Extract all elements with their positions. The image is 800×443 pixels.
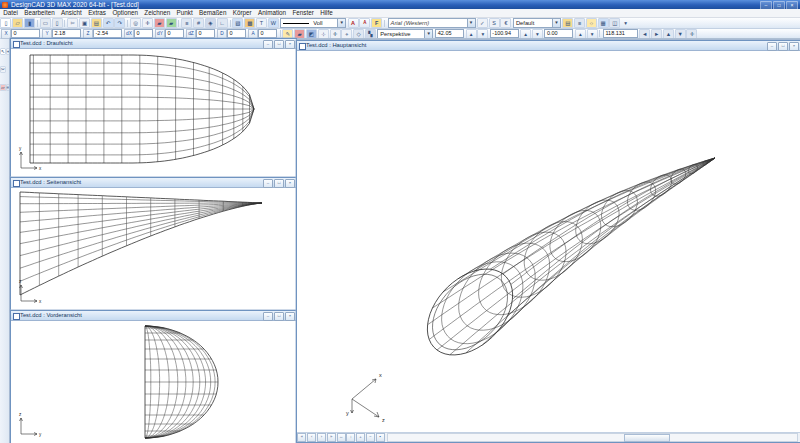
material-icon[interactable]: ▦ [598, 18, 609, 28]
viewport-front-titlebar[interactable]: Test.dcd : Vorderansicht –□× [11, 311, 296, 321]
viewport-nav-button-4[interactable]: ↔ [337, 433, 346, 442]
menu-item-zeichnen[interactable]: Zeichnen [141, 9, 173, 17]
restore-icon[interactable]: □ [778, 42, 788, 51]
tool-trim-icon[interactable]: ✂ [0, 66, 6, 73]
restore-icon[interactable]: □ [274, 179, 284, 188]
style-preset-combo[interactable]: Default ▼ [513, 18, 561, 28]
spin-up-icon[interactable]: ▴ [466, 29, 477, 39]
minimize-icon[interactable]: – [263, 179, 273, 188]
snap-icon[interactable]: ◈ [205, 18, 216, 28]
redo-icon[interactable]: ↷ [114, 18, 125, 28]
menu-item-ansicht[interactable]: Ansicht [58, 9, 85, 17]
viewport-nav-button-1[interactable]: ‹ [307, 433, 316, 442]
coord-input-z[interactable]: -2.54 [93, 29, 122, 38]
info-box-icon[interactable]: ▤ [562, 18, 573, 28]
close-icon[interactable]: × [285, 40, 295, 49]
arrow-right-icon[interactable]: ► [651, 29, 662, 39]
zoom-field[interactable]: 118.131 [603, 29, 638, 38]
new-icon[interactable]: ▯ [0, 18, 11, 28]
wireframe-perspective-view[interactable]: xyz [297, 51, 798, 432]
open-icon[interactable]: ▱ [12, 18, 23, 28]
zoom-icon[interactable]: ◎ [130, 18, 141, 28]
view-param-input-0[interactable]: 42.05 [435, 29, 464, 38]
color-green-icon[interactable]: ▰ [166, 18, 177, 28]
coord-input-y[interactable]: 2.18 [52, 29, 81, 38]
arrow-left-icon[interactable]: ◄ [639, 29, 650, 39]
chevron-down-icon[interactable]: ▼ [552, 19, 560, 27]
arrow-up-icon[interactable]: ▲ [663, 29, 674, 39]
view-param-input-1[interactable]: -100.94 [490, 29, 519, 38]
coord-input-dx[interactable]: 0 [134, 29, 153, 38]
spin-up-icon[interactable]: ▴ [520, 29, 531, 39]
viewport-nav-button-7[interactable]: − [366, 433, 375, 442]
menu-item-bemaßen[interactable]: Bemaßen [196, 9, 230, 17]
chevron-down-icon[interactable]: ▼ [467, 19, 475, 27]
wireframe-top-view[interactable]: yx [11, 49, 294, 177]
list-icon[interactable]: ≡ [574, 18, 585, 28]
close-icon[interactable]: × [285, 312, 295, 321]
close-icon[interactable]: × [789, 42, 799, 51]
viewport-nav-button-2[interactable]: › [317, 433, 326, 442]
coord-label-x[interactable]: X [1, 29, 11, 39]
layer-list-icon[interactable]: ≡ [181, 18, 192, 28]
view-mode-combo[interactable]: Perspektive ▼ [377, 29, 433, 39]
pan-icon[interactable]: ✛ [142, 18, 153, 28]
arrow-down-icon[interactable]: ▼ [675, 29, 686, 39]
diamond-icon[interactable]: ◇ [353, 29, 364, 39]
pattern-icon[interactable]: ▚ [365, 29, 376, 39]
font-combo[interactable]: Arial (Western) ▼ [388, 18, 476, 28]
wireframe-front-view[interactable]: zy [11, 321, 294, 443]
point-snap-icon[interactable]: ⊹ [318, 29, 329, 39]
font-larger-button[interactable]: A [348, 18, 359, 28]
restore-icon[interactable]: □ [274, 312, 284, 321]
coord-input-x[interactable]: 0 [11, 29, 40, 38]
spellcheck-icon[interactable]: ✓ [477, 18, 488, 28]
wireframe-side-view[interactable]: zx [11, 188, 294, 310]
zoom-value[interactable]: 118.131 [603, 29, 638, 38]
viewport-side-titlebar[interactable]: Test.dcd : Seitenansicht –□× [11, 178, 296, 188]
recenter-icon[interactable]: ✛ [686, 29, 697, 39]
print-icon[interactable]: ▭ [40, 18, 51, 28]
save-icon[interactable]: ▮ [24, 18, 35, 28]
word-export-icon[interactable]: W [268, 18, 279, 28]
copy-icon[interactable]: ▣ [79, 18, 90, 28]
spin-down-icon[interactable]: ▾ [477, 29, 488, 39]
style-s-icon[interactable]: S [489, 18, 500, 28]
view-param-input-2[interactable]: 0.00 [544, 29, 573, 38]
menu-item-bearbeiten[interactable]: Bearbeiten [21, 9, 58, 17]
ortho-icon[interactable]: ∟ [217, 18, 228, 28]
text-window-icon[interactable]: T [256, 18, 267, 28]
coord-input-a[interactable]: 0 [258, 29, 277, 38]
toolbar-overflow-icon[interactable]: ▾ [621, 19, 630, 27]
line-style-combo[interactable]: Voll ▼ [280, 18, 346, 28]
coord-label-dz[interactable]: dZ [186, 29, 196, 39]
target-icon[interactable]: ⌖ [341, 29, 352, 39]
print-preview-icon[interactable]: ▯ [52, 18, 63, 28]
menu-item-animation[interactable]: Animation [255, 9, 289, 17]
menu-item-datei[interactable]: Datei [0, 9, 21, 17]
coord-label-d[interactable]: D [217, 29, 227, 39]
undo-icon[interactable]: ↶ [103, 18, 114, 28]
chevron-down-icon[interactable]: ▼ [424, 30, 432, 38]
coord-label-dy[interactable]: dY [155, 29, 165, 39]
menu-item-hilfe[interactable]: Hilfe [317, 9, 336, 17]
menu-item-extras[interactable]: Extras [85, 9, 109, 17]
coord-label-a[interactable]: A [248, 29, 258, 39]
grid-icon[interactable]: # [193, 18, 204, 28]
menu-item-körper[interactable]: Körper [230, 9, 255, 17]
close-icon[interactable]: × [285, 179, 295, 188]
coord-input-dy[interactable]: 0 [165, 29, 184, 38]
restore-icon[interactable]: □ [274, 40, 284, 49]
paste-icon[interactable]: ▤ [91, 18, 102, 28]
viewport-nav-button-3[interactable]: » [327, 433, 336, 442]
coord-label-y[interactable]: Y [42, 29, 52, 39]
scrollbar-thumb[interactable] [624, 434, 670, 442]
viewport-top-titlebar[interactable]: Test.dcd : Draufsicht –□× [11, 39, 296, 49]
hatch-icon[interactable]: ▨ [232, 18, 243, 28]
marker-red-icon[interactable]: ▰ [294, 29, 305, 39]
coord-input-d[interactable]: 0 [227, 29, 246, 38]
menu-item-fenster[interactable]: Fenster [289, 9, 317, 17]
light-icon[interactable]: ☼ [586, 18, 597, 28]
crosshair-icon[interactable]: ✛ [330, 29, 341, 39]
font-smaller-button[interactable]: A [359, 18, 370, 28]
